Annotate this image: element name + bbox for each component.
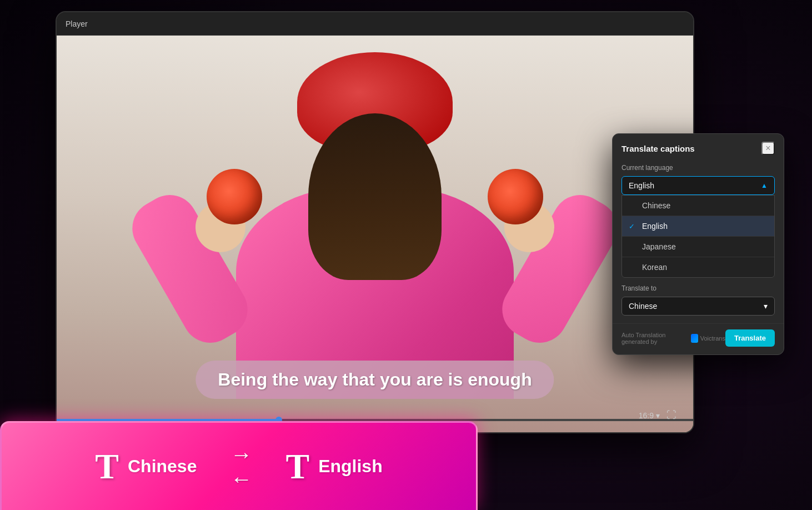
- translate-button[interactable]: Translate: [725, 329, 775, 347]
- subtitle-bar: Being the way that you are is enough: [196, 361, 554, 399]
- hair: [308, 113, 442, 280]
- target-language-item: T English: [263, 449, 404, 484]
- monitor-titlebar: Player: [57, 12, 693, 36]
- source-language-item: T Chinese: [73, 449, 219, 484]
- language-option-korean[interactable]: Korean: [622, 257, 774, 277]
- monitor-frame: Player Being the way that you a: [56, 11, 694, 433]
- scene: Player Being the way that you a: [0, 0, 812, 510]
- target-language-icon: T: [285, 449, 309, 484]
- language-option-english[interactable]: ✓ English: [622, 216, 774, 237]
- monitor-content: Being the way that you are is enough 16:…: [57, 36, 693, 432]
- language-dropdown: Chinese ✓ English Japanese Korean: [621, 195, 775, 278]
- monitor-title: Player: [66, 19, 88, 28]
- translation-arrows: → ←: [219, 443, 263, 490]
- rose-left: [207, 169, 262, 224]
- subtitle-text: Being the way that you are is enough: [218, 369, 532, 389]
- chevron-up-icon: ▲: [761, 182, 768, 189]
- language-label: Chinese: [642, 201, 670, 210]
- aspect-ratio-value: 16:9: [639, 411, 654, 420]
- target-language-name: English: [318, 456, 383, 477]
- rose-right: [488, 169, 543, 224]
- chevron-down-icon: ▾: [656, 411, 660, 420]
- brand-logo-icon: [691, 334, 698, 343]
- aspect-controls: 16:9 ▾ ⛶: [639, 409, 676, 421]
- source-language-name: Chinese: [128, 456, 197, 477]
- language-option-japanese[interactable]: Japanese: [622, 237, 774, 257]
- language-label: Japanese: [642, 242, 676, 251]
- current-language-label: Current language: [613, 161, 784, 174]
- footer-note: Auto Translation generated by Voictrans: [621, 332, 725, 345]
- bottom-translation-bar: T Chinese → ← T English: [0, 421, 478, 510]
- translate-to-select[interactable]: Chinese ▾: [621, 297, 775, 316]
- arrow-right-icon: →: [230, 443, 252, 466]
- translate-to-label: Translate to: [613, 278, 784, 294]
- arrow-left-icon: ←: [230, 468, 252, 490]
- auto-translation-note: Auto Translation generated by: [621, 332, 689, 345]
- panel-footer: Auto Translation generated by Voictrans …: [613, 323, 784, 354]
- current-language-select[interactable]: English ▲: [621, 176, 775, 195]
- chevron-down-icon: ▾: [764, 302, 768, 311]
- aspect-ratio-button[interactable]: 16:9 ▾: [639, 411, 660, 420]
- translate-to-value: Chinese: [629, 302, 657, 311]
- current-language-value: English: [629, 181, 654, 190]
- panel-title: Translate captions: [621, 144, 695, 153]
- panel-header: Translate captions ×: [613, 134, 784, 161]
- brand-name: Voictrans: [700, 335, 725, 342]
- language-label: English: [642, 222, 668, 231]
- source-language-icon: T: [95, 449, 119, 484]
- language-option-chinese[interactable]: Chinese: [622, 196, 774, 216]
- language-label: Korean: [642, 263, 667, 272]
- check-icon: ✓: [629, 222, 638, 231]
- fullscreen-button[interactable]: ⛶: [666, 409, 676, 421]
- translate-panel: Translate captions × Current language En…: [612, 133, 784, 355]
- close-button[interactable]: ×: [761, 142, 775, 155]
